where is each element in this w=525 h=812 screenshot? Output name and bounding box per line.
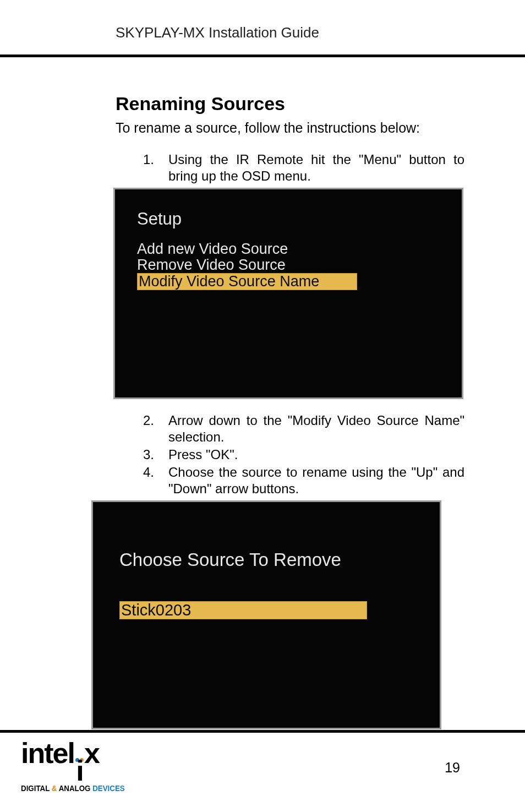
logo-text-i: i <box>76 760 83 783</box>
step-text: Press "OK". <box>168 446 464 463</box>
osd-source-item-selected: Stick0203 <box>119 601 367 619</box>
step-number: 2. <box>143 412 168 445</box>
osd-menu-item: Add new Video Source <box>137 241 446 257</box>
osd-screenshot-setup: Setup Add new Video Source Remove Video … <box>113 188 463 399</box>
document-header: SKYPLAY-MX Installation Guide <box>116 24 459 45</box>
osd-title: Choose Source To Remove <box>119 549 424 570</box>
step-2: 2. Arrow down to the "Modify Video Sourc… <box>143 412 464 445</box>
step-1: 1. Using the IR Remote hit the "Menu" bu… <box>143 151 464 184</box>
logo-sub-b: ANALOG <box>59 784 93 793</box>
osd-menu-item: Remove Video Source <box>137 257 446 273</box>
step-number: 4. <box>143 464 168 497</box>
step-text: Using the IR Remote hit the "Menu" butto… <box>168 151 464 184</box>
osd-menu-item-selected: Modify Video Source Name <box>137 273 357 290</box>
step-3: 3. Press "OK". <box>143 446 464 463</box>
step-number: 3. <box>143 446 168 463</box>
osd-screenshot-choose-source: Choose Source To Remove Stick0203 <box>91 500 441 729</box>
logo-sub-amp: & <box>50 784 59 793</box>
brand-logo: intel i x DIGITAL & ANALOG DEVICES <box>21 742 134 793</box>
footer-rule <box>0 730 525 733</box>
logo-sub-a: DIGITAL <box>21 784 50 793</box>
step-4: 4. Choose the source to rename using the… <box>143 464 464 497</box>
section-title: Renaming Sources <box>116 93 464 115</box>
logo-text-a: intel <box>21 742 74 765</box>
osd-title: Setup <box>137 209 446 229</box>
header-rule <box>0 55 525 57</box>
logo-subtitle: DIGITAL & ANALOG DEVICES <box>21 784 125 793</box>
step-text: Arrow down to the "Modify Video Source N… <box>168 412 464 445</box>
logo-sub-c: DEVICES <box>92 784 125 793</box>
section-intro: To rename a source, follow the instructi… <box>116 120 464 136</box>
step-number: 1. <box>143 151 168 184</box>
step-text: Choose the source to rename using the "U… <box>168 464 464 497</box>
page-number: 19 <box>445 760 460 776</box>
logo-text-b: x <box>84 742 99 765</box>
